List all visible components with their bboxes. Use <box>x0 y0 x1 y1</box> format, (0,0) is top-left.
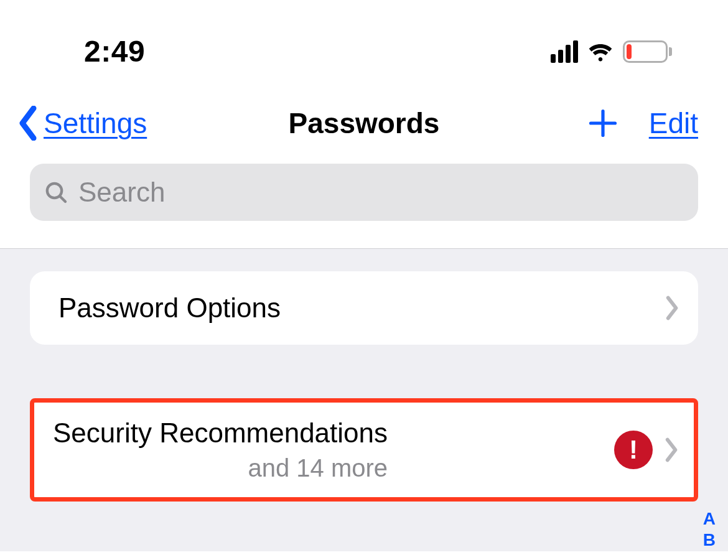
password-options-label: Password Options <box>58 292 281 324</box>
battery-icon <box>623 40 672 63</box>
alert-badge-icon: ! <box>614 431 653 469</box>
wifi-icon <box>587 38 614 65</box>
page-title: Passwords <box>289 106 440 140</box>
edit-button[interactable]: Edit <box>649 106 698 140</box>
security-recommendations-highlight: Security Recommendations and 14 more ! <box>30 398 698 502</box>
svg-line-3 <box>60 197 65 202</box>
chevron-right-icon <box>666 296 679 320</box>
nav-header: Settings Passwords Edit <box>0 75 728 156</box>
search-input[interactable] <box>78 177 684 208</box>
password-options-row[interactable]: Password Options <box>30 271 698 345</box>
cellular-signal-icon <box>551 40 578 63</box>
security-recommendations-subtext: and 14 more <box>53 454 388 482</box>
password-options-group: Password Options <box>30 271 698 345</box>
status-indicators <box>551 38 672 65</box>
search-bar[interactable] <box>30 164 698 221</box>
status-time: 2:49 <box>84 34 145 68</box>
status-bar: 2:49 <box>0 0 728 75</box>
content-area: Password Options Security Recommendation… <box>0 249 728 551</box>
back-button[interactable]: Settings <box>17 106 147 141</box>
security-recommendations-row[interactable]: Security Recommendations and 14 more ! <box>34 403 694 497</box>
back-label: Settings <box>44 106 147 140</box>
section-index-rail[interactable]: A B <box>703 509 716 550</box>
chevron-right-icon <box>665 437 679 462</box>
index-letter[interactable]: B <box>703 530 716 550</box>
add-button[interactable] <box>587 107 619 139</box>
index-letter[interactable]: A <box>703 509 716 529</box>
security-recommendations-label: Security Recommendations <box>53 418 388 449</box>
search-icon <box>44 180 68 205</box>
chevron-left-icon <box>17 106 40 141</box>
